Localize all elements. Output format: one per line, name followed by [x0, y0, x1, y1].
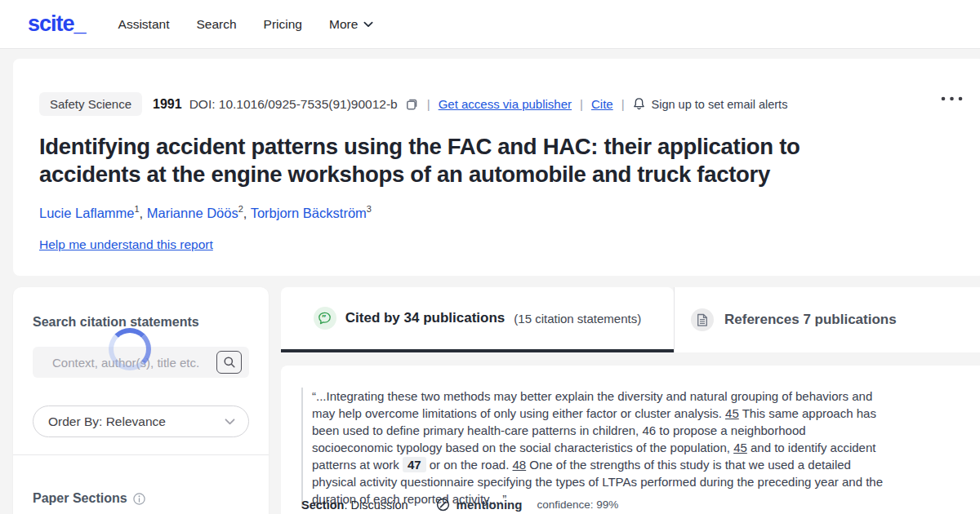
tab-cited-by[interactable]: ” Cited by 34 publications (15 citation … — [281, 287, 674, 352]
authors-line: Lucie Laflamme1, Marianne Döös2, Torbjor… — [39, 204, 372, 221]
nav-item-assistant[interactable]: Assistant — [118, 17, 170, 32]
tab-references[interactable]: References 7 publications — [675, 287, 980, 352]
confidence-label: confidence: 99% — [537, 498, 618, 511]
email-alerts-label: Sign up to set email alerts — [652, 98, 788, 111]
separator: | — [579, 97, 584, 111]
quote-text: or on the road. — [426, 458, 513, 472]
search-icon — [223, 356, 236, 369]
nav-item-more[interactable]: More — [329, 17, 373, 32]
reference-link-45[interactable]: 45 — [733, 441, 747, 454]
nav-item-label: Pricing — [264, 17, 302, 32]
reference-highlight-47: 47 — [403, 457, 426, 472]
reference-link-48[interactable]: 48 — [512, 458, 526, 472]
paper-sections-heading: Paper Sections — [33, 491, 145, 506]
paper-meta-row: Safety Science 1991 DOI: 10.1016/0925-75… — [39, 92, 787, 116]
copy-doi-button[interactable] — [405, 97, 419, 111]
chevron-down-icon — [225, 419, 235, 425]
nav-item-label: More — [329, 17, 358, 32]
search-citation-heading: Search citation statements — [33, 315, 199, 330]
document-icon — [691, 308, 714, 331]
section-label: Section — [301, 498, 344, 512]
email-alerts-signup[interactable]: Sign up to set email alerts — [633, 97, 788, 111]
separator: | — [426, 97, 431, 111]
citation-search-sidebar: Search citation statements Order By: Rel… — [13, 287, 269, 514]
publication-year: 1991 — [153, 97, 182, 112]
bell-icon — [633, 97, 645, 111]
top-navigation: scite_ Assistant Search Pricing More — [0, 0, 980, 49]
paper-title: Identifying accident patterns using the … — [39, 133, 895, 188]
copy-icon — [405, 97, 419, 111]
separator: | — [621, 97, 626, 111]
paper-header-card: Safety Science 1991 DOI: 10.1016/0925-75… — [13, 59, 980, 276]
mentioning-badge: mentioning confidence: 99% — [436, 498, 619, 512]
citation-meta-row: Section : Discussion mentioning confiden… — [301, 498, 618, 512]
citation-quote-block: “...Integrating these two methods may be… — [301, 388, 884, 507]
references-title: References 7 publications — [724, 312, 897, 328]
search-submit-button[interactable] — [216, 351, 242, 374]
nav-item-label: Search — [196, 17, 236, 32]
journal-badge[interactable]: Safety Science — [39, 92, 142, 116]
cited-by-subtitle: (15 citation statements) — [514, 312, 641, 326]
get-access-link[interactable]: Get access via publisher — [439, 97, 572, 111]
sidebar-divider — [13, 454, 269, 455]
nav-item-label: Assistant — [118, 17, 170, 32]
reference-link-45[interactable]: 45 — [725, 406, 739, 420]
author-separator: , — [140, 206, 147, 220]
nav-item-pricing[interactable]: Pricing — [264, 17, 302, 32]
slash-circle-icon — [436, 498, 450, 512]
author-link[interactable]: Torbjorn Bäckström — [251, 206, 367, 220]
mentioning-label: mentioning — [457, 498, 523, 512]
chevron-down-icon — [363, 21, 373, 28]
loading-spinner-icon — [109, 328, 151, 370]
author-separator: , — [243, 206, 251, 220]
paper-sections-label: Paper Sections — [33, 491, 127, 506]
cited-by-title: Cited by 34 publications — [345, 310, 506, 326]
more-options-button[interactable] — [938, 86, 966, 108]
help-understand-link[interactable]: Help me understand this report — [39, 237, 213, 252]
nav-menu: Assistant Search Pricing More — [118, 17, 374, 32]
scite-logo[interactable]: scite_ — [28, 11, 86, 37]
section-value: : Discussion — [344, 498, 408, 512]
citation-statement-card: “...Integrating these two methods may be… — [281, 366, 980, 514]
doi-text: DOI: 10.1016/0925-7535(91)90012-b — [189, 97, 398, 112]
quote-bubble-icon: ” — [314, 307, 336, 330]
author-link[interactable]: Lucie Laflamme — [39, 206, 134, 220]
author-affiliation-sup: 3 — [367, 204, 372, 214]
order-by-dropdown[interactable]: Order By: Relevance — [33, 405, 249, 437]
ellipsis-icon — [941, 96, 963, 101]
nav-item-search[interactable]: Search — [196, 17, 236, 32]
svg-text:”: ” — [322, 313, 327, 322]
cite-link[interactable]: Cite — [591, 97, 613, 111]
order-by-value: Order By: Relevance — [48, 414, 166, 429]
info-icon[interactable] — [133, 493, 145, 505]
citation-quote: “...Integrating these two methods may be… — [312, 388, 884, 507]
author-link[interactable]: Marianne Döös — [147, 206, 238, 220]
